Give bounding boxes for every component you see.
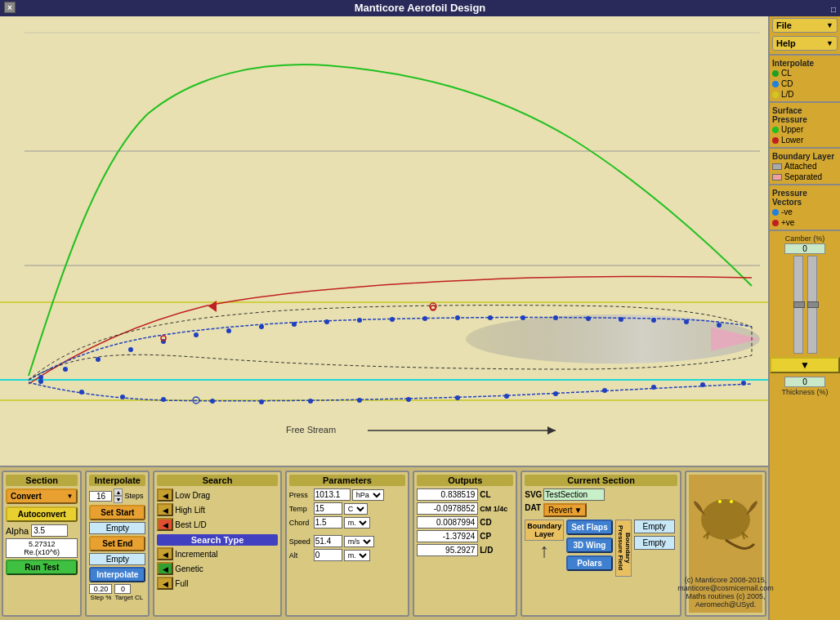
cp-label: CP [480,532,491,541]
help-button[interactable]: Help ▼ [772,36,838,51]
speed-unit-select[interactable]: m/s [344,536,374,547]
convert-button[interactable]: Convert ▼ [6,488,78,504]
set-flaps-button[interactable]: Set Flaps [566,520,612,535]
chart-canvas[interactable]: -2 -1 0 1 CP Free Stream → [0,16,768,466]
svg-point-15 [194,332,199,337]
polars-button[interactable]: Polars [566,555,612,571]
speed-row: Speed m/s [289,535,406,547]
separated-box [772,174,782,181]
divider-1 [770,54,840,56]
alpha-input[interactable] [31,524,68,537]
ld-dot [772,91,779,98]
svg-input[interactable] [543,488,605,501]
high-lift-label: High Lift [175,506,205,515]
actions-row: Boundary Layer ↑ Set Flaps 3D Wing Polar… [525,520,677,577]
revert-button[interactable]: Revert ▼ [543,503,587,517]
svg-point-29 [651,318,656,323]
interpolate-title: Interpolate [89,475,145,486]
camber-down-button[interactable]: ▼ [770,357,840,373]
chord-label: Chord [289,519,312,527]
close-button[interactable]: × [4,2,16,13]
cd-legend: CD [772,79,838,88]
3d-wing-button[interactable]: 3D Wing [566,537,612,553]
svg-point-17 [259,324,264,329]
camber-slider-container[interactable] [793,256,803,354]
low-drag-arrow[interactable]: ◀ [157,488,173,502]
camber-slider2-thumb[interactable] [807,301,819,308]
best-ld-arrow[interactable]: ◀ [157,518,173,531]
svg-point-19 [324,319,329,324]
alt-unit-select[interactable]: m. [344,550,370,561]
search-type-label: Search Type [157,534,277,546]
camber-label: Camber (%) [771,234,838,243]
low-drag-label: Low Drag [175,491,210,500]
incremental-label: Incremental [175,550,217,559]
app-title: Manticore Aerofoil Design [355,2,486,14]
steps-spinner[interactable]: ▲ ▼ [114,488,123,503]
cl-legend-label: CL [781,69,792,78]
temp-input[interactable] [314,502,342,515]
svg-point-26 [553,315,558,320]
cl-label: CL [480,490,490,499]
svg-point-11 [63,367,68,372]
creature-area: (c) Manticore 2008-2015, manticore@cosmi… [689,475,762,613]
camber-slider-thumb[interactable] [793,301,805,308]
chord-unit-select[interactable]: m. [344,517,370,529]
full-arrow[interactable]: ◀ [157,577,173,590]
incremental-arrow[interactable]: ◀ [157,547,173,560]
camber-down-arrow[interactable]: ▼ [770,357,840,373]
set-start-button[interactable]: Set Start [89,505,145,520]
svg-point-38 [308,399,313,404]
steps-up[interactable]: ▲ [114,488,123,496]
boundary-layer-up-arrow[interactable]: ↑ [539,541,549,560]
svg-point-25 [521,315,525,320]
ld-value: 95.2927 [417,544,478,556]
press-unit-select[interactable]: hPa [352,489,384,501]
svg-point-36 [210,399,215,404]
autoconvert-button[interactable]: Autoconvert [6,506,78,522]
neg-ve-label: -ve [781,207,793,216]
interpolate-empty1: Empty [89,522,145,534]
genetic-row: ◀ Genetic [157,562,277,575]
neg-ve-legend: -ve [772,207,838,216]
chord-row: Chord m. [289,516,406,529]
genetic-arrow[interactable]: ◀ [157,562,173,575]
set-end-button[interactable]: Set End [89,536,145,551]
temp-unit-select[interactable]: C [344,503,368,515]
high-lift-arrow[interactable]: ◀ [157,503,173,516]
run-test-button[interactable]: Run Test [6,560,78,575]
alt-input[interactable] [314,549,342,561]
cp-row: -1.37924 CP [417,530,513,542]
svg-point-27 [586,316,591,321]
steps-down[interactable]: ▼ [114,496,123,503]
current-section-panel: Current Section SVG DAT Revert ▼ [521,471,681,617]
press-label: Press [289,491,312,499]
speed-input[interactable] [314,535,342,547]
bottom-panel: Section Convert ▼ Autoconvert Alpha 5.27… [0,466,768,620]
target-cl-label: Target CL [114,594,143,601]
creature-svg [689,479,762,560]
divider-4 [770,184,840,185]
camber-slider-track[interactable] [793,256,803,354]
current-section-title: Current Section [525,475,677,486]
camber-value: 0 [784,243,825,254]
chord-input[interactable] [314,516,342,529]
camber-slider2-track[interactable] [807,256,817,354]
chart-svg: Free Stream [0,16,768,466]
interpolate-button[interactable]: Interpolate [89,567,145,582]
pos-ve-label: +ve [781,218,794,227]
pressure-field-label: Boundary Pressure Field [615,520,632,577]
press-input[interactable] [314,488,351,501]
svg-text:Free Stream: Free Stream [286,425,336,435]
chart-area: -2 -1 0 1 CP Free Stream → [0,16,768,620]
file-button[interactable]: File ▼ [772,18,838,33]
cm-value: -0.0978852 [417,502,478,515]
camber-slider2-container[interactable] [807,256,817,354]
cm-label: CM 1/4c [480,505,507,513]
maximize-button[interactable]: □ [831,2,836,18]
cp-value: -1.37924 [417,530,478,542]
svg-group: SVG [525,488,605,501]
neg-ve-dot [772,209,779,216]
steps-input[interactable] [89,491,112,502]
upper-legend: Upper [772,125,838,134]
